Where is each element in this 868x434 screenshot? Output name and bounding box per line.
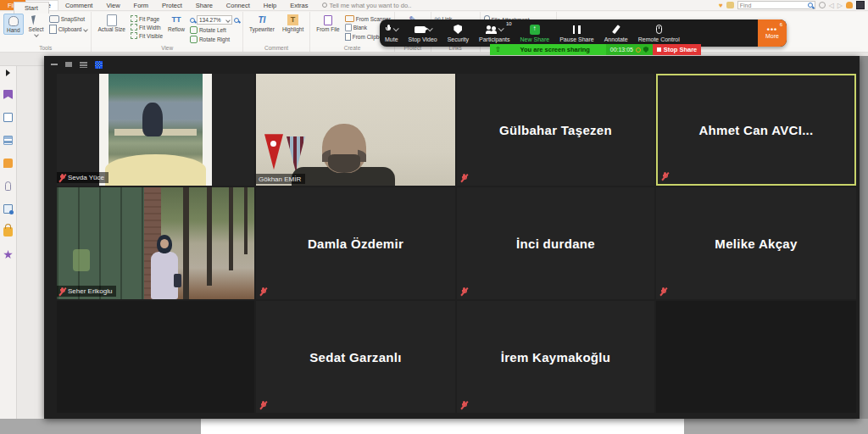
tab-start[interactable]: Start — [14, 2, 49, 14]
speaker-view-icon[interactable] — [65, 62, 72, 67]
remote-control-button[interactable]: Remote Control — [633, 19, 685, 47]
record-icon — [636, 47, 641, 53]
muted-mic-icon — [59, 287, 65, 296]
fit-visible-button[interactable]: Fit Visible — [131, 32, 163, 39]
menu-bar: File Home Comment View Form Protect Shar… — [0, 0, 868, 11]
participant-tile-irem[interactable]: İrem Kaymakoğlu — [457, 301, 654, 413]
security-panel-icon[interactable] — [3, 227, 13, 236]
snapshot-button[interactable]: SnapShot — [49, 15, 88, 23]
hand-tool-button[interactable]: Hand — [3, 14, 24, 35]
actual-size-button[interactable]: Actual Size — [95, 14, 128, 33]
fit-visible-icon — [131, 32, 137, 39]
ellipsis-icon: ••• — [767, 28, 777, 32]
mute-options-chevron-icon[interactable] — [392, 25, 398, 31]
document-canvas — [0, 419, 868, 434]
page-thumbnails-icon[interactable] — [3, 113, 13, 122]
menu-view[interactable]: View — [99, 0, 126, 10]
fields-panel-icon[interactable] — [3, 250, 13, 259]
rotate-right-icon — [190, 36, 198, 43]
pdf-page — [201, 419, 684, 434]
rotate-left-button[interactable]: Rotate Left — [190, 26, 239, 34]
video-options-chevron-icon[interactable] — [426, 25, 432, 31]
menu-protect[interactable]: Protect — [155, 0, 189, 10]
participant-tile-melike[interactable]: Melike Akçay — [656, 187, 856, 299]
zoom-in-icon[interactable] — [234, 18, 239, 23]
find-input[interactable]: Find — [737, 1, 815, 9]
annotate-button[interactable]: Annotate — [599, 19, 633, 47]
security-button[interactable]: Security — [442, 19, 474, 47]
muted-mic-icon — [461, 401, 467, 409]
menu-form[interactable]: Form — [127, 0, 156, 10]
participant-tile-inci[interactable]: İnci durdane — [457, 187, 654, 299]
panel-expand-icon[interactable] — [6, 70, 10, 76]
new-share-button[interactable]: New Share — [515, 19, 555, 47]
shield-icon — [453, 25, 462, 34]
canvas-left-strip — [17, 66, 44, 419]
stop-share-button[interactable]: Stop Share — [653, 44, 701, 55]
screen: File Home Comment View Form Protect Shar… — [0, 0, 868, 434]
fit-width-button[interactable]: Fit Width — [131, 24, 163, 31]
participant-tile-damla[interactable]: Damla Özdemir — [256, 187, 455, 299]
participant-tile-sedat[interactable]: Sedat Garzanlı — [256, 301, 455, 413]
participants-count-badge: 10 — [506, 21, 512, 26]
participant-tile-ahmet[interactable]: Ahmet Can AVCI... — [656, 74, 856, 186]
ribbon-group-tools: Hand Select SnapShot Clipboard Tools — [0, 12, 92, 52]
folder-search-icon[interactable] — [726, 2, 734, 8]
zoom-out-icon[interactable] — [190, 18, 195, 23]
strip-view-icon[interactable] — [80, 62, 87, 68]
more-button[interactable]: ••• 6 More — [758, 19, 787, 47]
search-icon[interactable] — [808, 3, 813, 8]
mute-button[interactable]: Mute — [380, 19, 403, 47]
zoom-level-combobox[interactable]: 134.27% — [197, 15, 232, 25]
bulb-icon — [322, 3, 327, 8]
comments-panel-icon[interactable] — [3, 159, 13, 168]
participants-chevron-icon[interactable] — [498, 25, 504, 31]
pause-icon — [573, 25, 581, 34]
stop-icon — [657, 47, 661, 52]
layers-panel-icon[interactable] — [3, 136, 13, 145]
rotate-right-button[interactable]: Rotate Right — [190, 36, 239, 43]
pencil-icon — [611, 25, 620, 34]
back-icon[interactable]: ◁ — [829, 2, 834, 9]
favorite-icon[interactable]: ♥ — [719, 2, 723, 9]
from-file-button[interactable]: From File — [314, 14, 342, 33]
reflow-button[interactable]: TТReflow — [165, 14, 187, 33]
avatar[interactable] — [856, 1, 865, 9]
tell-me-box[interactable]: Tell me what you want to do.. — [315, 0, 419, 10]
participant-tile-seher[interactable]: Seher Erikoglu — [57, 187, 254, 299]
gear-icon[interactable] — [819, 2, 826, 8]
signatures-panel-icon[interactable] — [3, 204, 13, 214]
hand-icon — [8, 16, 19, 26]
participant-tile-gulbahar[interactable]: Gülbahar Taşezen — [457, 74, 654, 186]
typewriter-button[interactable]: TΙTypewriter — [247, 14, 277, 33]
from-clipboard-icon — [345, 33, 351, 41]
menu-help[interactable]: Help — [257, 0, 283, 10]
participants-button[interactable]: 10 Participants — [474, 19, 515, 47]
menu-extras[interactable]: Extras — [283, 0, 314, 10]
menu-comment[interactable]: Comment — [58, 0, 100, 10]
forward-icon[interactable]: ▷ — [837, 2, 843, 9]
menu-share[interactable]: Share — [189, 0, 220, 10]
gallery-view-icon[interactable] — [95, 61, 103, 69]
gokhan-video — [256, 74, 455, 186]
muted-mic-icon — [59, 174, 65, 182]
select-tool-button[interactable]: Select — [26, 14, 47, 37]
gallery-view-controls — [51, 60, 103, 69]
fit-width-icon — [131, 24, 137, 31]
muted-mic-icon — [660, 287, 666, 296]
minimize-icon[interactable] — [51, 64, 58, 65]
cursor-icon — [31, 14, 41, 25]
scanner-icon — [345, 15, 354, 22]
bookmarks-panel-icon[interactable] — [3, 90, 13, 99]
menu-connect[interactable]: Connect — [220, 0, 257, 10]
participant-tile-sevda[interactable]: Sevda Yüce — [57, 74, 254, 186]
participant-tile-gokhan[interactable]: Gökhan EMİR — [256, 74, 455, 186]
clipboard-button[interactable]: Clipboard — [49, 25, 88, 34]
highlight-button[interactable]: THighlight — [280, 14, 306, 33]
bell-icon[interactable] — [846, 2, 853, 8]
fit-page-button[interactable]: Fit Page — [131, 15, 163, 22]
sevda-video — [57, 74, 254, 186]
stop-video-button[interactable]: Stop Video — [403, 19, 442, 47]
pause-share-button[interactable]: Pause Share — [554, 19, 598, 47]
attachments-panel-icon[interactable] — [5, 181, 11, 191]
